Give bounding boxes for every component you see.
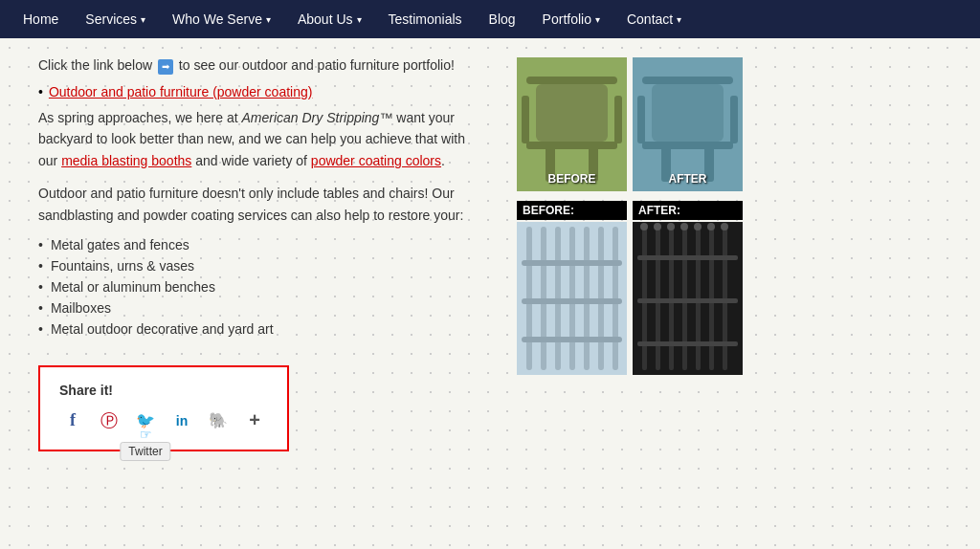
chevron-down-icon: ▾ <box>141 14 145 25</box>
before-label: BEFORE <box>547 172 595 186</box>
list-item: Fountains, urns & vases <box>38 258 488 274</box>
svg-rect-24 <box>522 260 622 266</box>
nav-link-home[interactable]: Home <box>10 0 72 38</box>
main-right-column: BEFORE AFTER BEFORE: <box>517 57 756 451</box>
services-bullet-list: Metal gates and fences Fountains, urns &… <box>38 237 488 337</box>
powder-coating-link[interactable]: powder coating colors <box>311 153 441 168</box>
before-gate-image <box>517 222 627 375</box>
media-blasting-link[interactable]: media blasting booths <box>61 153 191 168</box>
svg-point-42 <box>694 223 702 231</box>
svg-point-39 <box>654 223 661 231</box>
after-label: AFTER <box>669 172 707 186</box>
chevron-down-icon: ▾ <box>677 14 681 25</box>
list-item: Metal or aluminum benches <box>38 279 488 295</box>
svg-rect-9 <box>642 77 733 84</box>
svg-rect-26 <box>522 337 622 342</box>
nav-item-portfolio[interactable]: Portfolio ▾ <box>529 0 613 38</box>
after-chair-image: AFTER <box>633 57 743 191</box>
list-item: Metal gates and fences <box>38 237 488 253</box>
before-after-gates: BEFORE: AFTER: <box>517 201 756 375</box>
nav-link-blog[interactable]: Blog <box>476 0 529 38</box>
portfolio-link[interactable]: Outdoor and patio furniture (powder coat… <box>49 84 313 99</box>
nav-item-home[interactable]: Home <box>10 0 72 38</box>
svg-rect-13 <box>642 142 733 149</box>
svg-rect-1 <box>526 77 617 84</box>
svg-rect-14 <box>637 96 645 143</box>
chevron-down-icon: ▾ <box>357 14 362 25</box>
body-paragraph-2: Outdoor and patio furniture doesn't only… <box>38 183 488 226</box>
portfolio-link-item: Outdoor and patio furniture (powder coat… <box>38 84 488 99</box>
ba-header-row: BEFORE: AFTER: <box>517 201 756 220</box>
nav-link-about-us[interactable]: About Us ▾ <box>284 0 375 38</box>
svg-rect-35 <box>637 255 738 260</box>
chevron-down-icon: ▾ <box>266 14 271 25</box>
twitter-tooltip: Twitter <box>120 442 170 461</box>
svg-rect-37 <box>637 341 738 346</box>
svg-rect-6 <box>522 96 529 143</box>
nav-item-about-us[interactable]: About Us ▾ <box>284 0 375 38</box>
svg-rect-36 <box>637 298 738 303</box>
svg-point-43 <box>707 223 715 231</box>
nav-link-contact[interactable]: Contact ▾ <box>613 0 695 38</box>
nav-item-who-we-serve[interactable]: Who We Serve ▾ <box>159 0 284 38</box>
svg-rect-10 <box>652 84 724 142</box>
after-gate-image <box>633 222 743 375</box>
svg-point-38 <box>640 223 648 231</box>
nav-link-services[interactable]: Services ▾ <box>72 0 159 38</box>
share-title: Share it! <box>59 383 268 398</box>
svg-rect-25 <box>522 298 622 304</box>
linkedin-share-button[interactable]: in <box>168 407 195 434</box>
facebook-share-button[interactable]: f <box>59 407 86 434</box>
evernote-share-button[interactable]: 🐘 <box>205 407 232 434</box>
arrow-icon: ➡ <box>158 59 173 75</box>
nav-link-who-we-serve[interactable]: Who We Serve ▾ <box>159 0 284 38</box>
cursor-icon: ☞ <box>140 427 152 442</box>
svg-rect-7 <box>614 96 622 143</box>
click-link-intro: Click the link below ➡ to see our outdoo… <box>38 57 488 75</box>
svg-point-40 <box>667 223 675 231</box>
nav-link-testimonials[interactable]: Testimonials <box>375 0 476 38</box>
nav-link-portfolio[interactable]: Portfolio ▾ <box>529 0 613 38</box>
svg-rect-2 <box>536 84 608 142</box>
chevron-down-icon: ▾ <box>595 14 600 25</box>
before-after-chairs: BEFORE AFTER <box>517 57 756 191</box>
share-box: Share it! f Ⓟ 🐦 Twitter ☞ in 🐘 <box>38 365 289 451</box>
main-left-column: Click the link below ➡ to see our outdoo… <box>38 57 488 451</box>
before-header: BEFORE: <box>517 201 627 220</box>
list-item: Mailboxes <box>38 300 488 316</box>
nav-item-testimonials[interactable]: Testimonials <box>375 0 476 38</box>
list-item: Metal outdoor decorative and yard art <box>38 321 488 337</box>
nav-item-blog[interactable]: Blog <box>476 0 529 38</box>
more-share-button[interactable]: + <box>241 407 268 434</box>
pinterest-share-button[interactable]: Ⓟ <box>96 407 122 434</box>
body-paragraph-1: As spring approaches, we here at America… <box>38 107 488 171</box>
nav-item-contact[interactable]: Contact ▾ <box>613 0 695 38</box>
svg-point-44 <box>721 223 728 231</box>
svg-rect-15 <box>730 96 738 143</box>
gate-images-row <box>517 222 756 375</box>
nav-item-services[interactable]: Services ▾ <box>72 0 159 38</box>
before-chair-image: BEFORE <box>517 57 627 191</box>
svg-rect-5 <box>526 142 617 149</box>
share-icons-row: f Ⓟ 🐦 Twitter ☞ in 🐘 + <box>59 407 268 434</box>
after-header: AFTER: <box>633 201 743 220</box>
main-nav: Home Services ▾ Who We Serve ▾ About Us … <box>0 0 980 38</box>
svg-point-41 <box>680 223 688 231</box>
twitter-share-button[interactable]: 🐦 Twitter ☞ <box>132 407 159 434</box>
